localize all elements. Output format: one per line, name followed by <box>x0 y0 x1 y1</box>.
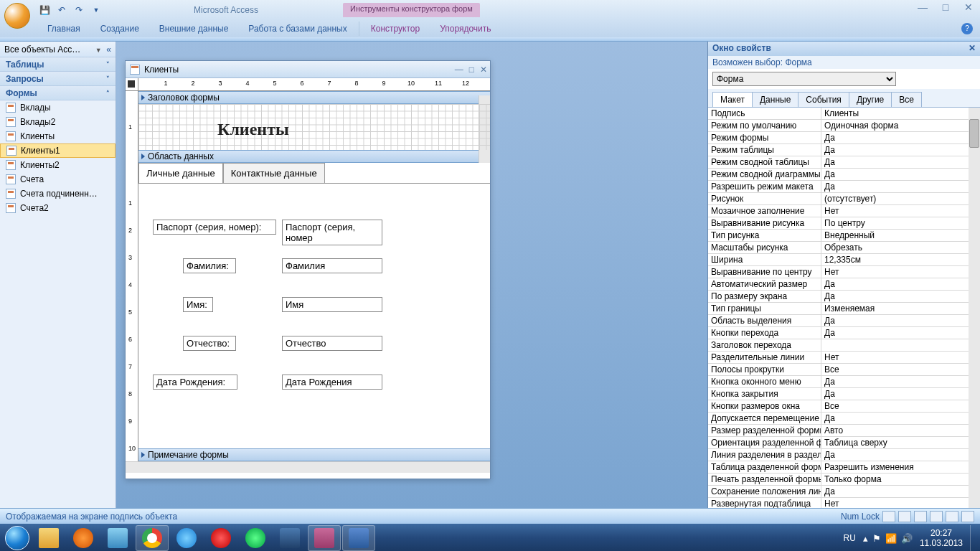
task-app2[interactable] <box>239 525 272 551</box>
task-virtualbox[interactable] <box>273 525 306 551</box>
qat-save-icon[interactable]: 💾 <box>37 3 52 17</box>
nav-header[interactable]: Все объекты Acc… ▼ « <box>0 42 116 57</box>
view-layout-icon[interactable] <box>946 511 958 522</box>
property-value[interactable]: (отсутствует) <box>821 193 980 204</box>
field-textbox[interactable]: Отчество <box>282 336 382 351</box>
property-row[interactable]: Разрешить режим макетаДа <box>708 181 980 193</box>
property-value[interactable]: Обрезать <box>821 242 980 253</box>
property-value[interactable]: Да <box>821 144 980 156</box>
nav-item[interactable]: Клиенты2 <box>0 158 116 172</box>
view-pivottable-icon[interactable] <box>914 511 927 522</box>
property-value[interactable]: Да <box>821 181 980 192</box>
form-horizontal-scrollbar[interactable] <box>126 461 490 473</box>
tray-volume-icon[interactable]: 🔊 <box>901 533 913 544</box>
task-chrome[interactable] <box>136 525 169 551</box>
property-value[interactable]: Да <box>821 413 980 424</box>
window-close-icon[interactable]: ✕ <box>961 1 976 13</box>
property-row[interactable]: По размеру экранаДа <box>708 291 980 303</box>
property-row[interactable]: Печать разделенной формыТолько форма <box>708 474 980 486</box>
property-value[interactable]: Да <box>821 315 980 326</box>
property-row[interactable]: Сохранение положения линДа <box>708 486 980 498</box>
property-row[interactable]: Кнопка оконного менюДа <box>708 376 980 388</box>
property-row[interactable]: Ориентация разделенной фТаблица сверху <box>708 437 980 449</box>
property-value[interactable]: Да <box>821 169 980 180</box>
task-access[interactable] <box>308 525 341 551</box>
property-value[interactable]: Нет <box>821 498 980 508</box>
property-row[interactable]: Разделительные линииНет <box>708 352 980 364</box>
task-app1[interactable] <box>101 525 134 551</box>
property-row[interactable]: Режим по умолчаниюОдиночная форма <box>708 120 980 132</box>
property-value[interactable]: Изменяемая <box>821 303 980 314</box>
field-label[interactable]: Отчество: <box>183 336 236 351</box>
task-explorer[interactable] <box>32 525 65 551</box>
property-row[interactable]: ПодписьКлиенты <box>708 108 980 120</box>
form-header-grid[interactable]: Клиенты <box>138 104 490 150</box>
property-value[interactable]: Таблица сверху <box>821 437 980 448</box>
property-row[interactable]: Развернутая подтаблицаНет <box>708 498 980 508</box>
property-row[interactable]: Режим сводной диаграммыДа <box>708 169 980 181</box>
property-row[interactable]: Размер разделенной формыАвто <box>708 425 980 437</box>
propsheet-tab-other[interactable]: Другие <box>849 92 892 107</box>
property-row[interactable]: Кнопка закрытияДа <box>708 388 980 400</box>
property-row[interactable]: Кнопки размеров окнаВсе <box>708 400 980 413</box>
form-close-icon[interactable]: ✕ <box>480 65 487 75</box>
property-row[interactable]: Режим сводной таблицыДа <box>708 156 980 169</box>
nav-item[interactable]: Счета2 <box>0 201 116 215</box>
property-row[interactable]: Тип рисункаВнедренный <box>708 230 980 242</box>
field-textbox[interactable]: Имя <box>282 297 382 312</box>
start-button[interactable] <box>3 524 32 551</box>
property-row[interactable]: Рисунок(отсутствует) <box>708 193 980 205</box>
nav-item[interactable]: Клиенты <box>0 129 116 143</box>
ribbon-tab-dbtools[interactable]: Работа с базами данных <box>238 21 357 37</box>
ribbon-tab-external[interactable]: Внешние данные <box>149 21 239 37</box>
property-row[interactable]: Заголовок перехода <box>708 339 980 352</box>
propsheet-scrollbar[interactable] <box>969 108 980 508</box>
property-value[interactable]: Да <box>821 486 980 497</box>
property-row[interactable]: Таблица разделенной формРазрешить измене… <box>708 461 980 474</box>
property-row[interactable]: Тип границыИзменяемая <box>708 303 980 315</box>
property-row[interactable]: Мозаичное заполнениеНет <box>708 205 980 217</box>
property-value[interactable]: Все <box>821 364 980 375</box>
property-row[interactable]: Выравнивание по центруНет <box>708 266 980 278</box>
property-value[interactable]: Нет <box>821 266 980 278</box>
task-ie[interactable] <box>170 525 203 551</box>
qat-redo-icon[interactable]: ↷ <box>72 3 86 17</box>
property-row[interactable]: Режим таблицыДа <box>708 144 980 156</box>
property-row[interactable]: Автоматический размерДа <box>708 278 980 291</box>
form-detail-grid[interactable]: Личные данные Контактные данные Паспорт … <box>138 163 490 448</box>
propsheet-close-icon[interactable]: ✕ <box>969 43 976 55</box>
tray-lang[interactable]: RU <box>844 533 856 543</box>
vertical-ruler[interactable]: 112345678910 <box>126 91 138 461</box>
qat-customize-icon[interactable]: ▼ <box>89 3 103 17</box>
propsheet-tab-format[interactable]: Макет <box>712 92 753 107</box>
property-row[interactable]: Полосы прокруткиВсе <box>708 364 980 376</box>
qat-undo-icon[interactable]: ↶ <box>55 3 69 17</box>
ribbon-tab-design[interactable]: Конструктор <box>361 21 430 37</box>
task-word[interactable] <box>342 525 375 551</box>
propsheet-tab-all[interactable]: Все <box>891 92 922 107</box>
property-row[interactable]: Допускается перемещениеДа <box>708 413 980 425</box>
form-minimize-icon[interactable]: — <box>455 65 463 75</box>
tray-flag-icon[interactable]: ⚑ <box>872 533 881 544</box>
field-label[interactable]: Паспорт (серия, номер): <box>153 220 276 235</box>
nav-item[interactable]: Счета подчиненн… <box>0 187 116 201</box>
tab-personal-data[interactable]: Личные данные <box>138 163 223 183</box>
window-minimize-icon[interactable]: — <box>915 1 930 13</box>
propsheet-tab-data[interactable]: Данные <box>752 92 798 107</box>
horizontal-ruler[interactable]: 123456789101112 <box>138 78 490 91</box>
property-value[interactable]: Разрешить изменения <box>821 461 980 473</box>
tab-contact-data[interactable]: Контактные данные <box>223 163 325 183</box>
field-textbox[interactable]: Дата Рождения <box>282 375 382 390</box>
property-value[interactable]: Да <box>821 291 980 302</box>
task-wmplayer[interactable] <box>67 525 100 551</box>
office-button[interactable] <box>4 3 30 29</box>
property-value[interactable]: Все <box>821 400 980 412</box>
tray-show-hidden-icon[interactable]: ▴ <box>863 533 868 544</box>
property-row[interactable]: Режим формыДа <box>708 132 980 144</box>
property-value[interactable]: Да <box>821 449 980 461</box>
property-value[interactable]: Внедренный <box>821 230 980 241</box>
property-value[interactable]: 12,335см <box>821 254 980 265</box>
property-value[interactable]: Нет <box>821 352 980 363</box>
property-value[interactable]: Одиночная форма <box>821 120 980 131</box>
property-row[interactable]: Ширина12,335см <box>708 254 980 266</box>
